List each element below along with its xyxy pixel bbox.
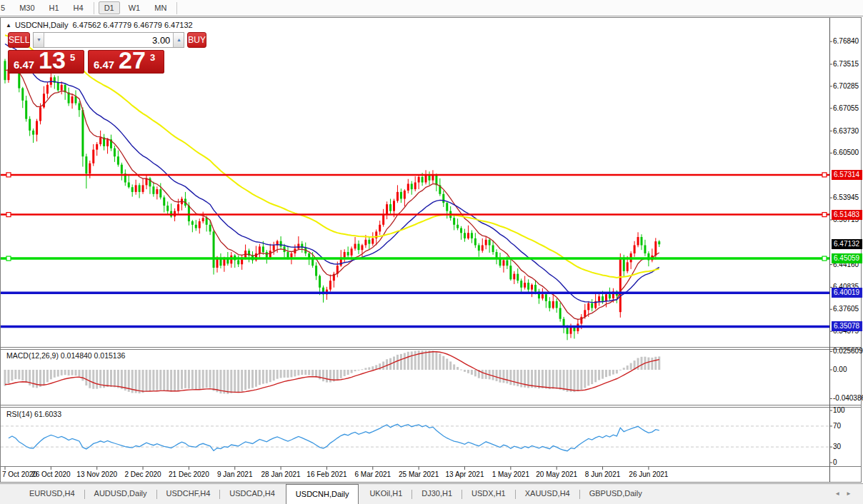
macd-histogram-bar	[234, 370, 236, 393]
tab-audusd-daily[interactable]: AUDUSD,Daily	[85, 484, 156, 504]
candle-body	[142, 185, 144, 192]
macd-histogram-bar	[248, 370, 250, 389]
price-line-label[interactable]: 6.35078	[832, 321, 862, 331]
line-handle[interactable]	[6, 213, 11, 217]
volume-increase-icon[interactable]: ▲	[173, 33, 184, 47]
timeframe-m30-button[interactable]: M30	[14, 1, 40, 14]
macd-histogram-bar	[110, 370, 112, 387]
timeframe-d1-button[interactable]: D1	[99, 1, 120, 14]
timeframe-h1-button[interactable]: H1	[44, 1, 65, 14]
candle-body	[485, 240, 487, 246]
line-handle[interactable]	[822, 213, 827, 217]
macd-histogram-bar	[502, 370, 504, 383]
price-line-label[interactable]: 6.40019	[832, 288, 862, 298]
macd-histogram-bar	[580, 370, 582, 390]
macd-histogram-bar	[304, 370, 306, 375]
macd-histogram-bar	[174, 370, 176, 391]
tab-usdcnh-daily[interactable]: USDCNH,Daily	[286, 484, 359, 504]
price-line-label[interactable]: 6.51483	[832, 210, 862, 220]
candle-body	[351, 248, 353, 256]
volume-input[interactable]	[44, 33, 173, 47]
macd-histogram-bar	[139, 370, 141, 393]
macd-histogram-bar	[587, 370, 589, 385]
tab-xauusd-h4[interactable]: XAUUSD,H4	[516, 484, 579, 504]
candle-body	[206, 218, 208, 225]
line-handle[interactable]	[822, 173, 827, 177]
tab-usdchf-h4[interactable]: USDCHF,H4	[157, 484, 220, 504]
tab-usdx-h1[interactable]: USDX,H1	[462, 484, 515, 504]
macd-histogram-bar	[280, 370, 282, 378]
candle-body	[654, 241, 657, 256]
tab-dj30-h1[interactable]: DJ30,H1	[412, 484, 462, 504]
price-line-label[interactable]: 6.57314	[832, 170, 862, 180]
macd-histogram-bar	[25, 370, 27, 383]
candle-body	[287, 252, 289, 258]
macd-histogram-bar	[471, 370, 473, 375]
candle-body	[216, 259, 219, 268]
candle-body	[106, 139, 109, 146]
timeframe-5-button[interactable]: 5	[0, 1, 11, 14]
macd-histogram-bar	[598, 370, 600, 380]
tab-ukoil-h1[interactable]: UKOil,H1	[360, 484, 411, 504]
timeframe-w1-button[interactable]: W1	[123, 1, 146, 14]
buy-button[interactable]: BUY	[187, 32, 206, 48]
tab-usdcad-h4[interactable]: USDCAD,H4	[220, 484, 284, 504]
macd-histogram-bar	[506, 370, 508, 383]
macd-histogram-bar	[591, 370, 593, 384]
tab-gbpusd-daily[interactable]: GBPUSD,Daily	[580, 484, 652, 504]
volume-decrease-icon[interactable]: ▼	[34, 33, 44, 47]
macd-histogram-bar	[75, 370, 77, 376]
volume-spinner: ▼ ▲	[33, 32, 184, 48]
macd-histogram-bar	[226, 370, 229, 394]
candle-body	[442, 194, 444, 203]
sell-quote-button[interactable]: 6.47 13 5	[8, 50, 84, 74]
candle-body	[474, 238, 477, 246]
macd-histogram-bar	[538, 370, 540, 388]
candle-body	[471, 233, 473, 238]
candle-body	[29, 119, 31, 131]
macd-histogram-bar	[71, 370, 74, 376]
candle-body	[57, 83, 59, 91]
macd-histogram-bar	[499, 370, 502, 383]
macd-histogram-bar	[290, 370, 292, 377]
macd-histogram-bar	[354, 370, 356, 371]
candle-body	[139, 185, 141, 192]
macd-histogram-bar	[36, 370, 38, 388]
macd-histogram-bar	[358, 370, 360, 371]
candle-body	[209, 225, 211, 232]
line-handle[interactable]	[822, 256, 827, 261]
buy-quote-button[interactable]: 6.47 27 3	[88, 50, 164, 74]
tab-scroll-left-icon[interactable]: ◄	[834, 490, 846, 497]
timeframe-h4-button[interactable]: H4	[68, 1, 89, 14]
candle-body	[627, 262, 629, 271]
toolbar-separator	[176, 2, 177, 14]
date-axis-label: 21 Dec 2020	[164, 470, 213, 478]
sell-button[interactable]: SELL	[8, 32, 30, 48]
candle-body	[502, 261, 504, 266]
macd-histogram-bar	[619, 370, 622, 371]
tab-eurusd-h4[interactable]: EURUSD,H4	[20, 484, 84, 504]
macd-histogram-bar	[647, 358, 649, 370]
tab-scroll-right-icon[interactable]: ►	[846, 490, 857, 497]
macd-histogram-bar	[340, 370, 342, 378]
date-axis-label: 6 Mar 2021	[349, 470, 397, 478]
line-handle[interactable]	[6, 173, 11, 177]
line-handle[interactable]	[6, 256, 11, 261]
macd-histogram-bar	[209, 370, 211, 388]
chart-canvas[interactable]	[1, 18, 861, 482]
macd-histogram-bar	[609, 370, 611, 376]
candle-body	[527, 283, 529, 290]
macd-histogram-bar	[117, 370, 119, 388]
price-line-label[interactable]: 6.45059	[832, 253, 862, 263]
date-axis-label: 2 Dec 2020	[119, 470, 167, 478]
candle-body	[199, 221, 201, 228]
candle-body	[191, 221, 194, 225]
collapse-panel-icon[interactable]: ▲	[6, 22, 11, 29]
macd-histogram-bar	[336, 370, 339, 380]
candle-body	[259, 246, 261, 253]
macd-histogram-bar	[453, 364, 455, 370]
timeframe-mn-button[interactable]: MN	[149, 1, 172, 14]
date-axis-label: 26 Oct 2020	[26, 470, 75, 478]
macd-histogram-bar	[216, 370, 219, 392]
macd-histogram-bar	[21, 370, 24, 380]
